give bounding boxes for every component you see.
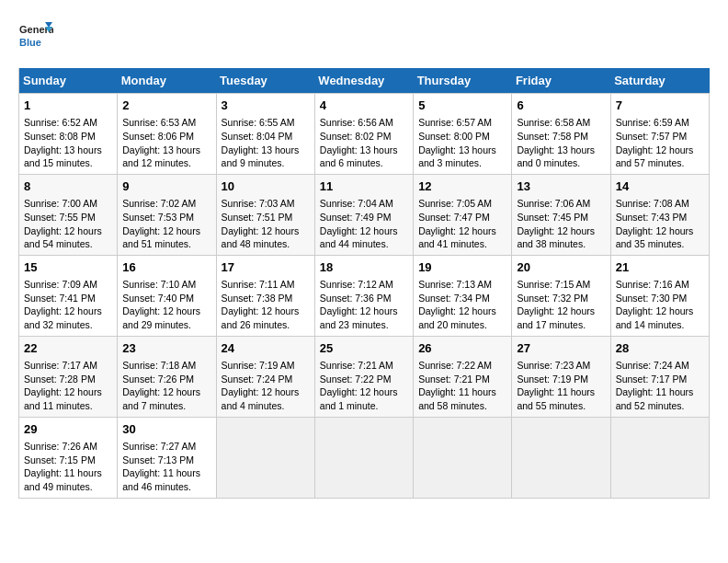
sunrise-label: Sunrise: 7:04 AM — [320, 198, 393, 209]
day-number: 11 — [320, 178, 408, 195]
daylight-label: Daylight: 12 hours and 29 minutes. — [122, 305, 200, 330]
day-header-wednesday: Wednesday — [314, 68, 413, 94]
daylight-label: Daylight: 11 hours and 46 minutes. — [122, 467, 200, 492]
calendar-cell: 18 Sunrise: 7:12 AM Sunset: 7:36 PM Dayl… — [314, 255, 413, 336]
svg-text:Blue: Blue — [19, 37, 41, 48]
calendar-cell: 5 Sunrise: 6:57 AM Sunset: 8:00 PM Dayli… — [414, 94, 512, 175]
daylight-label: Daylight: 13 hours and 15 minutes. — [24, 144, 102, 169]
week-row-2: 8 Sunrise: 7:00 AM Sunset: 7:55 PM Dayli… — [19, 174, 710, 255]
sunrise-label: Sunrise: 7:05 AM — [418, 198, 492, 209]
sunset-label: Sunset: 7:34 PM — [418, 293, 490, 304]
sunrise-label: Sunrise: 7:09 AM — [24, 279, 97, 290]
sunrise-label: Sunrise: 7:08 AM — [616, 198, 689, 209]
day-number: 14 — [616, 178, 704, 195]
calendar-cell: 29 Sunrise: 7:26 AM Sunset: 7:15 PM Dayl… — [19, 417, 118, 498]
day-header-tuesday: Tuesday — [216, 68, 314, 94]
day-number: 17 — [222, 259, 310, 276]
sunset-label: Sunset: 7:57 PM — [616, 131, 688, 142]
sunset-label: Sunset: 7:22 PM — [320, 373, 392, 385]
day-number: 24 — [222, 340, 310, 357]
calendar-cell: 20 Sunrise: 7:15 AM Sunset: 7:32 PM Dayl… — [512, 255, 610, 336]
sunrise-label: Sunrise: 7:02 AM — [122, 198, 196, 209]
sunrise-label: Sunrise: 7:18 AM — [122, 360, 196, 371]
day-number: 22 — [24, 340, 112, 357]
sunset-label: Sunset: 7:21 PM — [418, 373, 490, 385]
calendar-cell: 8 Sunrise: 7:00 AM Sunset: 7:55 PM Dayli… — [19, 174, 118, 255]
daylight-label: Daylight: 12 hours and 7 minutes. — [122, 386, 200, 411]
daylight-label: Daylight: 12 hours and 54 minutes. — [24, 225, 102, 250]
sunset-label: Sunset: 7:24 PM — [222, 373, 293, 385]
week-row-3: 15 Sunrise: 7:09 AM Sunset: 7:41 PM Dayl… — [19, 255, 710, 336]
calendar-cell: 25 Sunrise: 7:21 AM Sunset: 7:22 PM Dayl… — [314, 336, 413, 417]
calendar-cell: 23 Sunrise: 7:18 AM Sunset: 7:26 PM Dayl… — [118, 336, 216, 417]
daylight-label: Daylight: 13 hours and 9 minutes. — [222, 144, 300, 169]
sunset-label: Sunset: 7:36 PM — [320, 293, 392, 304]
day-header-monday: Monday — [118, 68, 216, 94]
day-number: 3 — [222, 98, 310, 114]
daylight-label: Daylight: 12 hours and 44 minutes. — [320, 225, 398, 250]
calendar-cell: 13 Sunrise: 7:06 AM Sunset: 7:45 PM Dayl… — [512, 174, 610, 255]
sunset-label: Sunset: 7:17 PM — [616, 373, 688, 385]
day-number: 25 — [320, 340, 408, 357]
daylight-label: Daylight: 13 hours and 3 minutes. — [418, 144, 496, 169]
calendar-cell: 21 Sunrise: 7:16 AM Sunset: 7:30 PM Dayl… — [610, 255, 709, 336]
calendar-cell: 24 Sunrise: 7:19 AM Sunset: 7:24 PM Dayl… — [216, 336, 314, 417]
daylight-label: Daylight: 13 hours and 0 minutes. — [517, 144, 595, 169]
calendar-cell: 1 Sunrise: 6:52 AM Sunset: 8:08 PM Dayli… — [19, 94, 118, 175]
day-number: 4 — [320, 98, 408, 114]
calendar-cell: 28 Sunrise: 7:24 AM Sunset: 7:17 PM Dayl… — [610, 336, 709, 417]
day-number: 2 — [122, 98, 210, 114]
calendar-cell: 3 Sunrise: 6:55 AM Sunset: 8:04 PM Dayli… — [216, 94, 314, 175]
daylight-label: Daylight: 12 hours and 32 minutes. — [24, 305, 102, 330]
calendar-cell: 19 Sunrise: 7:13 AM Sunset: 7:34 PM Dayl… — [414, 255, 512, 336]
daylight-label: Daylight: 11 hours and 58 minutes. — [418, 386, 496, 411]
day-number: 13 — [517, 178, 605, 195]
calendar-cell — [314, 417, 413, 498]
day-number: 6 — [517, 98, 605, 114]
daylight-label: Daylight: 12 hours and 48 minutes. — [222, 225, 300, 250]
sunset-label: Sunset: 8:08 PM — [24, 131, 96, 142]
daylight-label: Daylight: 13 hours and 12 minutes. — [122, 144, 200, 169]
sunrise-label: Sunrise: 7:22 AM — [418, 360, 492, 371]
day-number: 29 — [24, 421, 112, 438]
sunrise-label: Sunrise: 7:15 AM — [517, 279, 590, 290]
week-row-1: 1 Sunrise: 6:52 AM Sunset: 8:08 PM Dayli… — [19, 94, 710, 175]
calendar-cell: 10 Sunrise: 7:03 AM Sunset: 7:51 PM Dayl… — [216, 174, 314, 255]
day-number: 7 — [616, 98, 704, 114]
sunset-label: Sunset: 7:49 PM — [320, 212, 392, 223]
daylight-label: Daylight: 12 hours and 20 minutes. — [418, 305, 496, 330]
day-number: 21 — [616, 259, 704, 276]
calendar-cell: 7 Sunrise: 6:59 AM Sunset: 7:57 PM Dayli… — [610, 94, 709, 175]
sunrise-label: Sunrise: 7:10 AM — [122, 279, 196, 290]
sunrise-label: Sunrise: 7:06 AM — [517, 198, 590, 209]
sunset-label: Sunset: 8:04 PM — [222, 131, 293, 142]
sunset-label: Sunset: 7:19 PM — [517, 373, 588, 385]
day-number: 18 — [320, 259, 408, 276]
day-number: 23 — [122, 340, 210, 357]
sunset-label: Sunset: 7:58 PM — [517, 131, 588, 142]
day-number: 1 — [24, 98, 112, 114]
sunrise-label: Sunrise: 6:56 AM — [320, 117, 393, 128]
sunset-label: Sunset: 8:06 PM — [122, 131, 194, 142]
sunrise-label: Sunrise: 7:03 AM — [222, 198, 295, 209]
calendar-cell: 6 Sunrise: 6:58 AM Sunset: 7:58 PM Dayli… — [512, 94, 610, 175]
calendar-cell — [414, 417, 512, 498]
sunset-label: Sunset: 7:47 PM — [418, 212, 490, 223]
day-header-thursday: Thursday — [414, 68, 512, 94]
sunrise-label: Sunrise: 7:17 AM — [24, 360, 97, 371]
logo-svg: General Blue — [18, 18, 53, 53]
daylight-label: Daylight: 12 hours and 51 minutes. — [122, 225, 200, 250]
calendar-cell: 4 Sunrise: 6:56 AM Sunset: 8:02 PM Dayli… — [314, 94, 413, 175]
sunset-label: Sunset: 7:38 PM — [222, 293, 293, 304]
daylight-label: Daylight: 12 hours and 23 minutes. — [320, 305, 398, 330]
calendar-cell: 30 Sunrise: 7:27 AM Sunset: 7:13 PM Dayl… — [118, 417, 216, 498]
sunset-label: Sunset: 7:30 PM — [616, 293, 688, 304]
day-number: 16 — [122, 259, 210, 276]
sunrise-label: Sunrise: 7:26 AM — [24, 441, 97, 452]
sunset-label: Sunset: 7:43 PM — [616, 212, 688, 223]
sunset-label: Sunset: 7:40 PM — [122, 293, 194, 304]
day-header-sunday: Sunday — [19, 68, 118, 94]
sunrise-label: Sunrise: 7:00 AM — [24, 198, 97, 209]
sunrise-label: Sunrise: 6:53 AM — [122, 117, 196, 128]
sunset-label: Sunset: 7:53 PM — [122, 212, 194, 223]
